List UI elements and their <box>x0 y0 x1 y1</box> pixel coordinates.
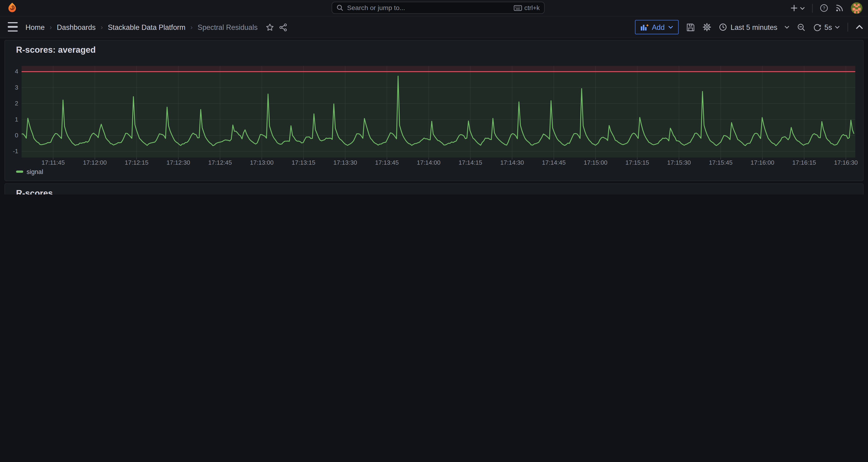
new-item-button[interactable] <box>790 4 805 12</box>
grafana-flame-icon <box>6 2 18 13</box>
svg-text:0: 0 <box>15 132 19 139</box>
time-range-label: Last 5 minutes <box>731 23 777 31</box>
breadcrumb-folder[interactable]: Stackable Data Platform <box>108 23 186 31</box>
breadcrumb-dashboards[interactable]: Dashboards <box>57 23 96 31</box>
question-circle-icon: ? <box>820 4 828 12</box>
search-shortcut: ctrl+k <box>514 4 540 11</box>
svg-text:4: 4 <box>15 68 19 75</box>
divider <box>812 3 812 12</box>
toolbar-actions: Add <box>634 17 863 37</box>
svg-text:17:16:15: 17:16:15 <box>792 159 816 166</box>
search-placeholder: Search or jump to... <box>347 4 514 12</box>
top-right-actions: ? <box>790 0 863 16</box>
time-series-chart-rscores[interactable]: 12.5107.552.50-2.517:11:4517:12:0017:12:… <box>5 184 864 194</box>
refresh-icon <box>813 23 822 31</box>
divider <box>847 23 848 31</box>
chart-legend: signal <box>16 168 43 175</box>
save-icon <box>686 23 695 31</box>
svg-text:17:13:15: 17:13:15 <box>292 159 315 166</box>
svg-text:2: 2 <box>15 100 19 107</box>
svg-text:3: 3 <box>15 84 19 91</box>
panel-title[interactable]: R-scores <box>16 188 53 194</box>
breadcrumb-home[interactable]: Home <box>25 23 44 31</box>
dashboard-toolbar: Home › Dashboards › Stackable Data Platf… <box>0 17 868 38</box>
svg-text:17:16:30: 17:16:30 <box>834 159 858 166</box>
zoom-out-time-button[interactable] <box>797 23 806 31</box>
time-series-chart-averaged[interactable]: 43210-117:11:4517:12:0017:12:1517:12:301… <box>5 40 864 181</box>
chevron-down-icon <box>835 25 840 29</box>
user-avatar[interactable] <box>851 2 862 14</box>
clock-icon <box>719 23 727 31</box>
avatar-image <box>851 2 862 14</box>
breadcrumb: Home › Dashboards › Stackable Data Platf… <box>25 17 287 37</box>
favorite-star-button[interactable] <box>266 23 274 31</box>
svg-text:17:16:00: 17:16:00 <box>750 159 774 166</box>
news-button[interactable] <box>835 4 844 12</box>
grafana-app: Search or jump to... ctrl+k <box>0 0 868 194</box>
panel-r-scores-averaged: R-scores: averaged 43210-117:11:4517:12:… <box>4 40 864 181</box>
time-range-picker[interactable]: Last 5 minutes <box>719 23 790 31</box>
breadcrumb-separator: › <box>190 23 193 31</box>
svg-text:17:15:45: 17:15:45 <box>709 159 733 166</box>
magnifier-minus-icon <box>797 23 806 31</box>
global-search-input[interactable]: Search or jump to... ctrl+k <box>332 2 545 14</box>
star-icon <box>266 23 274 31</box>
panel-r-scores: R-scores 12.5107.552.50-2.517:11:4517:12… <box>4 183 864 194</box>
svg-text:?: ? <box>823 6 825 10</box>
svg-text:17:15:15: 17:15:15 <box>625 159 649 166</box>
svg-text:1: 1 <box>15 116 19 123</box>
dashboard-settings-button[interactable] <box>702 23 711 31</box>
svg-text:17:12:00: 17:12:00 <box>83 159 107 166</box>
breadcrumb-separator: › <box>101 23 103 31</box>
svg-text:-1: -1 <box>13 148 18 155</box>
svg-text:17:12:45: 17:12:45 <box>208 159 232 166</box>
legend-color-swatch <box>16 171 23 173</box>
svg-text:17:14:00: 17:14:00 <box>417 159 441 166</box>
collapse-toolbar-button[interactable] <box>856 25 863 29</box>
svg-text:17:15:00: 17:15:00 <box>584 159 608 166</box>
add-panel-button[interactable]: Add <box>634 20 678 34</box>
svg-text:17:11:45: 17:11:45 <box>41 159 65 166</box>
share-button[interactable] <box>279 23 288 31</box>
rss-icon <box>835 4 844 12</box>
save-dashboard-button[interactable] <box>686 23 695 31</box>
svg-text:17:13:30: 17:13:30 <box>333 159 357 166</box>
grafana-logo[interactable] <box>6 2 18 13</box>
keyboard-icon <box>514 5 522 11</box>
breadcrumb-current-dashboard: Spectral Residuals <box>198 23 258 31</box>
svg-text:17:12:30: 17:12:30 <box>166 159 190 166</box>
legend-item-signal[interactable]: signal <box>16 168 43 175</box>
chevron-down-icon <box>668 25 673 29</box>
add-panel-icon <box>640 23 649 31</box>
breadcrumb-separator: › <box>50 23 52 31</box>
legend-label: signal <box>27 168 43 175</box>
svg-text:17:14:30: 17:14:30 <box>500 159 524 166</box>
search-icon <box>337 4 343 11</box>
plus-icon <box>790 4 798 12</box>
mega-menu-toggle[interactable] <box>8 22 18 31</box>
share-icon <box>279 23 288 31</box>
search-shortcut-label: ctrl+k <box>524 4 540 11</box>
gear-icon <box>702 23 711 31</box>
svg-text:17:12:15: 17:12:15 <box>125 159 149 166</box>
svg-text:17:14:45: 17:14:45 <box>542 159 566 166</box>
chevron-up-icon <box>856 25 863 29</box>
svg-text:17:15:30: 17:15:30 <box>667 159 691 166</box>
svg-text:17:13:45: 17:13:45 <box>375 159 399 166</box>
add-button-label: Add <box>652 23 665 31</box>
refresh-picker[interactable]: 5s <box>813 23 840 31</box>
refresh-interval-label: 5s <box>825 23 832 31</box>
panel-title[interactable]: R-scores: averaged <box>16 45 96 55</box>
svg-text:17:14:15: 17:14:15 <box>459 159 483 166</box>
chevron-down-icon <box>800 6 805 9</box>
top-nav-bar: Search or jump to... ctrl+k <box>0 0 868 17</box>
help-button[interactable]: ? <box>820 4 828 12</box>
svg-text:17:13:00: 17:13:00 <box>250 159 274 166</box>
chevron-down-icon <box>784 25 789 29</box>
